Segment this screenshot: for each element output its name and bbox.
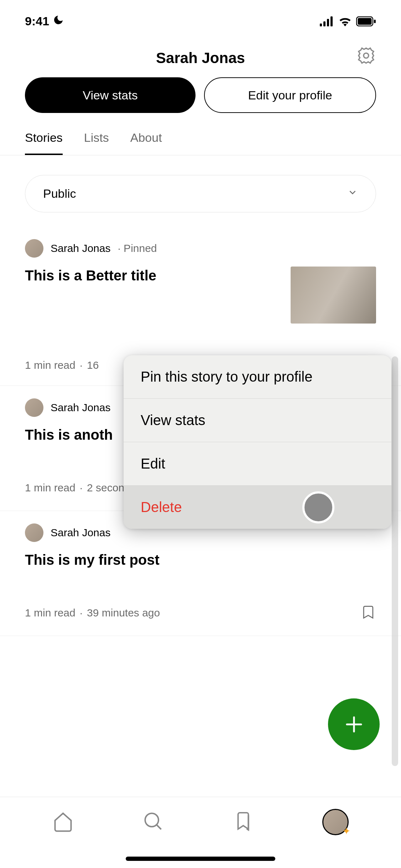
sparkle-icon: ✦: [342, 825, 350, 837]
menu-view-stats[interactable]: View stats: [124, 399, 391, 442]
svg-rect-6: [374, 20, 376, 23]
author-name: Sarah Jonas: [51, 527, 110, 539]
profile-tabs: Stories Lists About: [0, 131, 401, 155]
author-name: Sarah Jonas: [51, 402, 110, 414]
bottom-nav: ✦: [0, 797, 401, 868]
read-time: 1 min read: [25, 482, 75, 494]
scroll-indicator: [392, 356, 398, 766]
story-item[interactable]: Sarah Jonas This is my first post 1 min …: [0, 511, 401, 636]
story-date: 16: [87, 359, 99, 371]
story-date: 39 minutes ago: [87, 607, 160, 619]
story-context-menu: Pin this story to your profile View stat…: [124, 355, 391, 529]
pinned-badge: · Pinned: [118, 242, 157, 254]
menu-pin-story[interactable]: Pin this story to your profile: [124, 355, 391, 399]
home-indicator: [126, 857, 275, 861]
avatar: [25, 239, 43, 258]
nav-profile[interactable]: ✦: [322, 809, 349, 835]
status-bar: 9:41: [0, 0, 401, 35]
edit-profile-button[interactable]: Edit your profile: [204, 77, 376, 113]
story-thumbnail: [291, 267, 376, 324]
svg-rect-5: [358, 18, 372, 25]
action-buttons-row: View stats Edit your profile: [0, 77, 401, 131]
svg-point-15: [145, 813, 159, 827]
avatar: [25, 398, 43, 417]
filter-wrap: Public: [0, 155, 401, 227]
avatar: ✦: [322, 809, 349, 835]
menu-edit[interactable]: Edit: [124, 442, 391, 486]
svg-rect-2: [327, 19, 329, 26]
read-time: 1 min read: [25, 359, 75, 371]
svg-line-16: [157, 825, 161, 830]
svg-rect-0: [320, 24, 322, 26]
story-title: This is a Better title: [25, 267, 280, 284]
cellular-signal-icon: [320, 16, 334, 26]
profile-header: Sarah Jonas: [0, 35, 401, 77]
read-time: 1 min read: [25, 607, 75, 619]
status-time: 9:41: [25, 14, 49, 28]
moon-icon: [53, 14, 64, 28]
visibility-filter[interactable]: Public: [25, 175, 376, 212]
view-stats-button[interactable]: View stats: [25, 77, 196, 113]
svg-point-7: [364, 53, 369, 58]
settings-icon[interactable]: [356, 46, 376, 67]
wifi-icon: [338, 16, 352, 26]
avatar: [25, 523, 43, 542]
tab-about[interactable]: About: [130, 131, 162, 155]
chevron-down-icon: [347, 187, 358, 201]
svg-rect-1: [323, 21, 326, 26]
nav-search[interactable]: [142, 811, 164, 833]
nav-home[interactable]: [52, 811, 74, 833]
battery-icon: [356, 16, 376, 26]
filter-label: Public: [43, 187, 76, 201]
author-name: Sarah Jonas: [51, 242, 110, 254]
touch-indicator: [302, 491, 334, 523]
nav-bookmarks[interactable]: [233, 811, 254, 833]
tab-lists[interactable]: Lists: [84, 131, 109, 155]
new-post-button[interactable]: [328, 698, 380, 750]
svg-rect-3: [330, 16, 333, 26]
story-title: This is my first post: [25, 551, 376, 569]
page-title: Sarah Jonas: [156, 50, 245, 67]
menu-delete[interactable]: Delete: [124, 486, 391, 529]
bookmark-add-icon[interactable]: [360, 604, 376, 621]
tab-stories[interactable]: Stories: [25, 131, 63, 155]
